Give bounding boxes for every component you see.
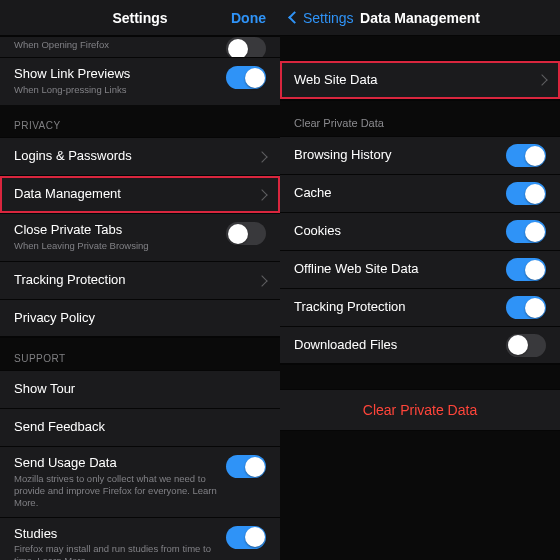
row-title: Show Tour (14, 381, 75, 398)
chevron-right-icon (536, 74, 547, 85)
toggle-switch[interactable] (226, 222, 266, 245)
toggle-switch[interactable] (226, 526, 266, 549)
done-button[interactable]: Done (231, 10, 266, 26)
list-item-cookies[interactable]: Cookies (280, 212, 560, 250)
list-item-tracking-protection[interactable]: Tracking Protection (0, 261, 280, 299)
row-title: Downloaded Files (294, 337, 397, 354)
row-title: Offline Web Site Data (294, 261, 419, 278)
row-subtitle: When Opening Firefox (14, 39, 109, 51)
list-item-offline-data[interactable]: Offline Web Site Data (280, 250, 560, 288)
section-header-support: SUPPORT (0, 338, 280, 370)
toggle-switch[interactable] (226, 455, 266, 478)
row-title: Cookies (294, 223, 341, 240)
list-item-studies[interactable]: Studies Firefox may install and run stud… (0, 517, 280, 560)
list-item-data-management[interactable]: Data Management (0, 175, 280, 213)
row-title: Browsing History (294, 147, 392, 164)
settings-list[interactable]: When Opening Firefox Show Link Previews … (0, 36, 280, 560)
row-title: Privacy Policy (14, 310, 95, 327)
chevron-left-icon (288, 11, 301, 24)
row-title: Send Usage Data (14, 455, 219, 472)
back-label: Settings (303, 10, 354, 26)
row-title: Studies (14, 526, 219, 543)
toggle-switch[interactable] (506, 220, 546, 243)
list-item-website-data[interactable]: Web Site Data (280, 60, 560, 100)
toggle-switch[interactable] (506, 296, 546, 319)
row-title: Web Site Data (294, 72, 378, 89)
back-button[interactable]: Settings (290, 10, 354, 26)
page-title: Settings (112, 10, 167, 26)
list-item-show-link-previews[interactable]: Show Link Previews When Long-pressing Li… (0, 57, 280, 105)
list-item[interactable]: When Opening Firefox (0, 36, 280, 57)
row-title: Tracking Protection (14, 272, 126, 289)
row-title: Data Management (14, 186, 121, 203)
chevron-right-icon (256, 151, 267, 162)
list-item-privacy-policy[interactable]: Privacy Policy (0, 299, 280, 337)
toggle-switch[interactable] (226, 37, 266, 57)
list-item-show-tour[interactable]: Show Tour (0, 370, 280, 408)
toggle-switch[interactable] (226, 66, 266, 89)
row-subtitle: When Leaving Private Browsing (14, 240, 149, 252)
clear-private-data-button[interactable]: Clear Private Data (280, 389, 560, 431)
chevron-right-icon (256, 275, 267, 286)
row-subtitle: Mozilla strives to only collect what we … (14, 473, 219, 509)
list-item-close-private-tabs[interactable]: Close Private Tabs When Leaving Private … (0, 213, 280, 261)
section-header-privacy: PRIVACY (0, 105, 280, 137)
row-title: Tracking Protection (294, 299, 406, 316)
data-management-screen: Settings Data Management Web Site Data C… (280, 0, 560, 560)
list-item-logins-passwords[interactable]: Logins & Passwords (0, 137, 280, 175)
settings-screen: Settings Done When Opening Firefox Show … (0, 0, 280, 560)
chevron-right-icon (256, 189, 267, 200)
list-item-send-usage-data[interactable]: Send Usage Data Mozilla strives to only … (0, 446, 280, 517)
toggle-switch[interactable] (506, 258, 546, 281)
list-item-cache[interactable]: Cache (280, 174, 560, 212)
row-title: Send Feedback (14, 419, 105, 436)
page-title: Data Management (360, 10, 480, 26)
row-title: Cache (294, 185, 332, 202)
row-title: Logins & Passwords (14, 148, 132, 165)
row-title: Close Private Tabs (14, 222, 149, 239)
list-item-browsing-history[interactable]: Browsing History (280, 136, 560, 174)
row-subtitle: When Long-pressing Links (14, 84, 130, 96)
data-management-list[interactable]: Web Site Data Clear Private Data Browsin… (280, 36, 560, 431)
nav-bar: Settings Data Management (280, 0, 560, 36)
toggle-switch[interactable] (506, 144, 546, 167)
list-item-send-feedback[interactable]: Send Feedback (0, 408, 280, 446)
section-header-clear-private-data: Clear Private Data (280, 101, 560, 136)
list-item-downloaded-files[interactable]: Downloaded Files (280, 326, 560, 364)
list-item-tracking-protection[interactable]: Tracking Protection (280, 288, 560, 326)
toggle-switch[interactable] (506, 334, 546, 357)
row-title: Show Link Previews (14, 66, 130, 83)
nav-bar: Settings Done (0, 0, 280, 36)
row-subtitle: Firefox may install and run studies from… (14, 543, 219, 560)
toggle-switch[interactable] (506, 182, 546, 205)
